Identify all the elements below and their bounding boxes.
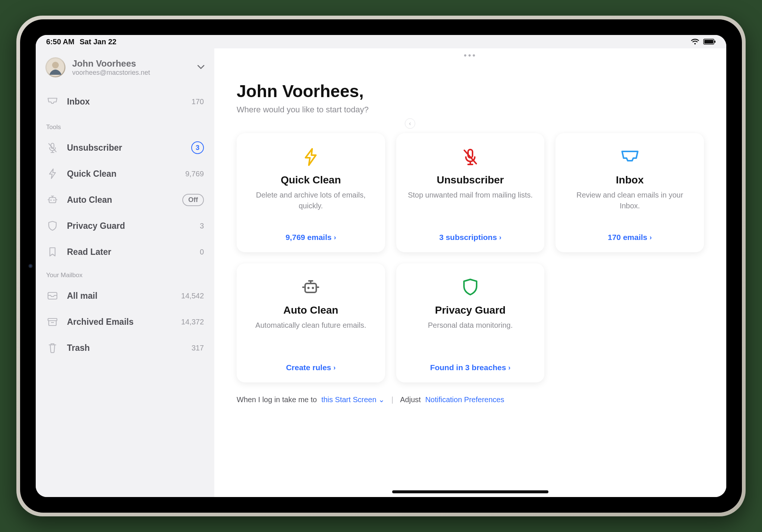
card-title: Inbox: [616, 174, 644, 186]
card-desc: Personal data monitoring.: [428, 320, 513, 354]
sidebar-item-label: Unsubscriber: [67, 143, 183, 153]
chevron-right-icon: ›: [333, 364, 336, 372]
sidebar-badge-off: Off: [182, 194, 204, 206]
battery-icon: [703, 39, 716, 45]
card-link[interactable]: 170 emails ›: [608, 233, 652, 242]
card-link[interactable]: Found in 3 breaches ›: [430, 363, 510, 372]
svg-rect-14: [305, 283, 316, 292]
sidebar-item-count: 0: [189, 248, 204, 256]
sidebar-item-count: 14,542: [181, 292, 204, 300]
sidebar-item-unsubscriber[interactable]: Unsubscriber 3: [36, 135, 214, 161]
cards-grid: Quick Clean Delete and archive lots of e…: [237, 133, 704, 382]
greeting-title: John Voorhees,: [237, 81, 704, 101]
sidebar-collapse-handle[interactable]: ‹: [405, 118, 415, 129]
card-quick-clean[interactable]: Quick Clean Delete and archive lots of e…: [237, 133, 385, 252]
svg-rect-1: [704, 40, 713, 44]
footer-text: When I log in take me to: [237, 395, 317, 404]
card-privacy-guard[interactable]: Privacy Guard Personal data monitoring. …: [396, 263, 545, 382]
card-link-text: Create rules: [286, 363, 331, 372]
chevron-right-icon: ›: [334, 234, 336, 241]
main-content: ‹ ••• John Voorhees, Where would you lik…: [214, 48, 726, 497]
card-title: Auto Clean: [283, 304, 338, 316]
footer-start-screen-link[interactable]: this Start Screen ⌄: [321, 395, 385, 404]
footer-preferences: When I log in take me to this Start Scre…: [237, 395, 704, 404]
avatar: [45, 57, 65, 77]
sidebar-item-count: 3: [189, 222, 204, 230]
card-title: Quick Clean: [281, 174, 341, 186]
sidebar-item-count: 317: [189, 344, 204, 352]
card-desc: Review and clean emails in your Inbox.: [565, 190, 694, 224]
card-title: Privacy Guard: [435, 304, 506, 316]
sidebar-item-label: Privacy Guard: [67, 221, 181, 231]
card-inbox[interactable]: Inbox Review and clean emails in your In…: [556, 133, 704, 252]
greeting: John Voorhees, Where would you like to s…: [237, 59, 704, 119]
sidebar-badge: 3: [191, 141, 204, 154]
wifi-icon: [691, 38, 699, 45]
card-desc: Delete and archive lots of emails, quick…: [246, 190, 375, 224]
sidebar-item-count: 9,769: [185, 170, 204, 178]
sidebar-item-privacy-guard[interactable]: Privacy Guard 3: [36, 213, 214, 239]
robot-icon: [300, 277, 321, 298]
sidebar-header-tools: Tools: [36, 117, 214, 135]
sidebar-item-label: Read Later: [67, 247, 181, 257]
front-camera: [28, 264, 33, 268]
footer-notification-link[interactable]: Notification Preferences: [425, 395, 504, 404]
sidebar-item-count: 170: [189, 97, 204, 106]
card-link[interactable]: 9,769 emails ›: [285, 233, 336, 242]
card-title: Unsubscriber: [437, 174, 504, 186]
card-unsubscriber[interactable]: Unsubscriber Stop unwanted mail from mai…: [396, 133, 545, 252]
sidebar-item-all-mail[interactable]: All mail 14,542: [36, 283, 214, 309]
card-link[interactable]: Create rules ›: [286, 363, 336, 372]
card-link-text: Found in 3 breaches: [430, 363, 506, 372]
shield-icon: [460, 277, 481, 298]
card-link-text: 170 emails: [608, 233, 647, 242]
greeting-subtitle: Where would you like to start today?: [237, 105, 704, 115]
sidebar-header-mailbox: Your Mailbox: [36, 265, 214, 283]
mailboxes-icon: [46, 289, 59, 302]
ipad-frame: 6:50 AM Sat Jan 22: [16, 16, 746, 516]
bolt-icon: [300, 147, 321, 167]
sidebar-item-inbox[interactable]: Inbox 170: [36, 89, 214, 115]
status-time: 6:50 AM: [46, 38, 74, 46]
sidebar-item-label: Trash: [67, 343, 181, 353]
inbox-icon: [46, 95, 59, 108]
svg-point-9: [53, 199, 55, 201]
sidebar-item-label: Quick Clean: [67, 169, 177, 179]
svg-rect-11: [48, 318, 57, 321]
trash-icon: [46, 342, 59, 354]
card-auto-clean[interactable]: Auto Clean Automatically clean future em…: [237, 263, 385, 382]
sidebar-item-count: 14,372: [181, 318, 204, 326]
account-switcher[interactable]: John Voorhees voorhees@macstories.net: [36, 53, 214, 86]
sidebar-item-read-later[interactable]: Read Later 0: [36, 239, 214, 265]
status-date: Sat Jan 22: [80, 38, 116, 46]
chevron-right-icon: ›: [499, 234, 502, 241]
svg-point-8: [50, 199, 52, 201]
screen: 6:50 AM Sat Jan 22: [36, 35, 726, 497]
svg-point-16: [312, 287, 314, 289]
svg-point-4: [52, 62, 59, 68]
sidebar-item-label: Archived Emails: [67, 317, 173, 327]
svg-rect-7: [49, 198, 56, 203]
account-name: John Voorhees: [72, 58, 190, 69]
bookmark-icon: [46, 246, 59, 258]
sidebar-item-quick-clean[interactable]: Quick Clean 9,769: [36, 161, 214, 187]
archive-icon: [46, 315, 59, 328]
sidebar-item-label: Inbox: [67, 97, 181, 107]
chevron-down-icon: ⌄: [378, 395, 385, 404]
ipad-bezel: 6:50 AM Sat Jan 22: [20, 19, 742, 513]
svg-point-15: [307, 287, 310, 289]
robot-icon: [46, 193, 59, 206]
card-link-text: 9,769 emails: [285, 233, 332, 242]
inbox-icon: [619, 147, 640, 167]
sidebar-item-auto-clean[interactable]: Auto Clean Off: [36, 187, 214, 213]
app-root: John Voorhees voorhees@macstories.net: [36, 48, 726, 497]
mic-off-icon: [460, 147, 481, 167]
multitask-dots-icon[interactable]: •••: [237, 48, 704, 59]
card-link[interactable]: 3 subscriptions ›: [439, 233, 501, 242]
sidebar-item-label: All mail: [67, 291, 173, 301]
sidebar-item-trash[interactable]: Trash 317: [36, 335, 214, 361]
status-bar: 6:50 AM Sat Jan 22: [36, 35, 726, 48]
sidebar-item-archived[interactable]: Archived Emails 14,372: [36, 309, 214, 335]
home-indicator[interactable]: [392, 490, 548, 493]
chevron-right-icon: ›: [650, 234, 652, 241]
